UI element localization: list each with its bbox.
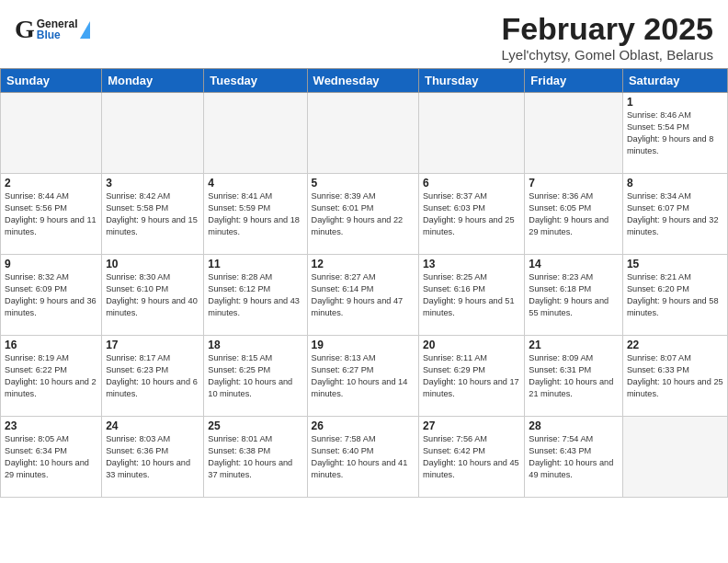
day-info: Sunrise: 8:01 AM Sunset: 6:38 PM Dayligh…: [208, 433, 302, 481]
calendar-day: 9Sunrise: 8:32 AM Sunset: 6:09 PM Daylig…: [1, 255, 102, 336]
calendar-title: February 2025: [501, 11, 713, 47]
day-info: Sunrise: 8:23 AM Sunset: 6:18 PM Dayligh…: [529, 271, 619, 319]
day-info: Sunrise: 8:30 AM Sunset: 6:10 PM Dayligh…: [106, 271, 199, 319]
calendar-day: 23Sunrise: 8:05 AM Sunset: 6:34 PM Dayli…: [1, 417, 102, 498]
day-info: Sunrise: 8:19 AM Sunset: 6:22 PM Dayligh…: [5, 352, 97, 400]
weekday-header: Friday: [525, 69, 623, 93]
day-info: Sunrise: 8:15 AM Sunset: 6:25 PM Dayligh…: [208, 352, 302, 400]
calendar-day: 2Sunrise: 8:44 AM Sunset: 5:56 PM Daylig…: [1, 174, 102, 255]
calendar-day: 28Sunrise: 7:54 AM Sunset: 6:43 PM Dayli…: [525, 417, 623, 498]
day-info: Sunrise: 8:05 AM Sunset: 6:34 PM Dayligh…: [5, 433, 97, 481]
day-info: Sunrise: 8:07 AM Sunset: 6:33 PM Dayligh…: [627, 352, 723, 400]
day-info: Sunrise: 8:21 AM Sunset: 6:20 PM Dayligh…: [627, 271, 723, 319]
day-info: Sunrise: 8:17 AM Sunset: 6:23 PM Dayligh…: [106, 352, 199, 400]
day-number: 21: [529, 339, 619, 351]
calendar-week-row: 16Sunrise: 8:19 AM Sunset: 6:22 PM Dayli…: [1, 336, 728, 417]
weekday-header: Tuesday: [204, 69, 307, 93]
day-number: 18: [208, 339, 302, 351]
logo-arrow-icon: [80, 21, 90, 39]
day-number: 17: [106, 339, 199, 351]
calendar-day: 25Sunrise: 8:01 AM Sunset: 6:38 PM Dayli…: [204, 417, 307, 498]
calendar-table: SundayMondayTuesdayWednesdayThursdayFrid…: [0, 68, 728, 498]
day-number: 9: [5, 258, 97, 270]
day-number: 1: [627, 96, 723, 109]
calendar-day: 8Sunrise: 8:34 AM Sunset: 6:07 PM Daylig…: [622, 174, 727, 255]
weekday-header: Wednesday: [307, 69, 418, 93]
calendar-day: 11Sunrise: 8:28 AM Sunset: 6:12 PM Dayli…: [204, 255, 307, 336]
day-info: Sunrise: 8:25 AM Sunset: 6:16 PM Dayligh…: [423, 271, 520, 319]
day-info: Sunrise: 8:46 AM Sunset: 5:54 PM Dayligh…: [627, 109, 723, 157]
day-number: 7: [529, 177, 619, 190]
day-info: Sunrise: 8:28 AM Sunset: 6:12 PM Dayligh…: [208, 271, 302, 319]
weekday-header: Saturday: [622, 69, 727, 93]
calendar-empty: [1, 93, 102, 174]
day-number: 11: [208, 258, 302, 270]
calendar-day: 14Sunrise: 8:23 AM Sunset: 6:18 PM Dayli…: [525, 255, 623, 336]
calendar-day: 27Sunrise: 7:56 AM Sunset: 6:42 PM Dayli…: [418, 417, 524, 498]
day-info: Sunrise: 8:34 AM Sunset: 6:07 PM Dayligh…: [627, 190, 723, 238]
calendar-day: 24Sunrise: 8:03 AM Sunset: 6:36 PM Dayli…: [102, 417, 204, 498]
calendar-day: 22Sunrise: 8:07 AM Sunset: 6:33 PM Dayli…: [622, 336, 727, 417]
calendar-empty: [418, 93, 524, 174]
title-block: February 2025 Lyel'chytsy, Gomel Oblast,…: [501, 11, 713, 63]
calendar-day: 1Sunrise: 8:46 AM Sunset: 5:54 PM Daylig…: [622, 93, 727, 174]
day-info: Sunrise: 7:54 AM Sunset: 6:43 PM Dayligh…: [529, 433, 619, 481]
calendar-day: 19Sunrise: 8:13 AM Sunset: 6:27 PM Dayli…: [307, 336, 418, 417]
day-info: Sunrise: 8:44 AM Sunset: 5:56 PM Dayligh…: [5, 190, 97, 238]
day-number: 23: [5, 419, 97, 432]
weekday-header: Sunday: [1, 69, 102, 93]
calendar-empty: [204, 93, 307, 174]
calendar-day: 3Sunrise: 8:42 AM Sunset: 5:58 PM Daylig…: [102, 174, 204, 255]
calendar-day: 13Sunrise: 8:25 AM Sunset: 6:16 PM Dayli…: [418, 255, 524, 336]
calendar-day: 21Sunrise: 8:09 AM Sunset: 6:31 PM Dayli…: [525, 336, 623, 417]
calendar-day: 7Sunrise: 8:36 AM Sunset: 6:05 PM Daylig…: [525, 174, 623, 255]
day-number: 14: [529, 258, 619, 270]
day-number: 10: [106, 258, 199, 270]
day-info: Sunrise: 8:09 AM Sunset: 6:31 PM Dayligh…: [529, 352, 619, 400]
day-info: Sunrise: 8:39 AM Sunset: 6:01 PM Dayligh…: [312, 190, 415, 238]
logo: G General Blue: [15, 11, 90, 44]
day-info: Sunrise: 8:03 AM Sunset: 6:36 PM Dayligh…: [106, 433, 199, 481]
calendar-subtitle: Lyel'chytsy, Gomel Oblast, Belarus: [501, 47, 713, 63]
calendar-day: 10Sunrise: 8:30 AM Sunset: 6:10 PM Dayli…: [102, 255, 204, 336]
calendar-header-row: SundayMondayTuesdayWednesdayThursdayFrid…: [1, 69, 728, 93]
calendar-day: 4Sunrise: 8:41 AM Sunset: 5:59 PM Daylig…: [204, 174, 307, 255]
day-number: 13: [423, 258, 520, 270]
day-number: 27: [423, 419, 520, 432]
calendar-week-row: 1Sunrise: 8:46 AM Sunset: 5:54 PM Daylig…: [1, 93, 728, 174]
calendar-day: 5Sunrise: 8:39 AM Sunset: 6:01 PM Daylig…: [307, 174, 418, 255]
calendar-week-row: 2Sunrise: 8:44 AM Sunset: 5:56 PM Daylig…: [1, 174, 728, 255]
day-number: 4: [208, 177, 302, 190]
day-info: Sunrise: 8:36 AM Sunset: 6:05 PM Dayligh…: [529, 190, 619, 238]
day-number: 6: [423, 177, 520, 190]
day-number: 16: [5, 339, 97, 351]
day-number: 8: [627, 177, 723, 190]
day-number: 15: [627, 258, 723, 270]
day-number: 28: [529, 419, 619, 432]
calendar-day: 20Sunrise: 8:11 AM Sunset: 6:29 PM Dayli…: [418, 336, 524, 417]
day-info: Sunrise: 8:42 AM Sunset: 5:58 PM Dayligh…: [106, 190, 199, 238]
weekday-header: Monday: [102, 69, 204, 93]
logo-blue: Blue: [37, 29, 78, 40]
calendar-empty: [102, 93, 204, 174]
day-info: Sunrise: 7:56 AM Sunset: 6:42 PM Dayligh…: [423, 433, 520, 481]
logo-g-letter: G: [15, 15, 35, 44]
day-info: Sunrise: 8:32 AM Sunset: 6:09 PM Dayligh…: [5, 271, 97, 319]
day-info: Sunrise: 7:58 AM Sunset: 6:40 PM Dayligh…: [312, 433, 415, 481]
day-number: 25: [208, 419, 302, 432]
calendar-empty: [525, 93, 623, 174]
day-info: Sunrise: 8:11 AM Sunset: 6:29 PM Dayligh…: [423, 352, 520, 400]
calendar-day: 26Sunrise: 7:58 AM Sunset: 6:40 PM Dayli…: [307, 417, 418, 498]
day-info: Sunrise: 8:37 AM Sunset: 6:03 PM Dayligh…: [423, 190, 520, 238]
calendar-day: 12Sunrise: 8:27 AM Sunset: 6:14 PM Dayli…: [307, 255, 418, 336]
calendar-empty: [307, 93, 418, 174]
calendar-week-row: 23Sunrise: 8:05 AM Sunset: 6:34 PM Dayli…: [1, 417, 728, 498]
day-number: 22: [627, 339, 723, 351]
calendar-day: 18Sunrise: 8:15 AM Sunset: 6:25 PM Dayli…: [204, 336, 307, 417]
day-number: 24: [106, 419, 199, 432]
day-number: 2: [5, 177, 97, 190]
calendar-day: 16Sunrise: 8:19 AM Sunset: 6:22 PM Dayli…: [1, 336, 102, 417]
day-info: Sunrise: 8:27 AM Sunset: 6:14 PM Dayligh…: [312, 271, 415, 319]
day-info: Sunrise: 8:41 AM Sunset: 5:59 PM Dayligh…: [208, 190, 302, 238]
calendar-week-row: 9Sunrise: 8:32 AM Sunset: 6:09 PM Daylig…: [1, 255, 728, 336]
